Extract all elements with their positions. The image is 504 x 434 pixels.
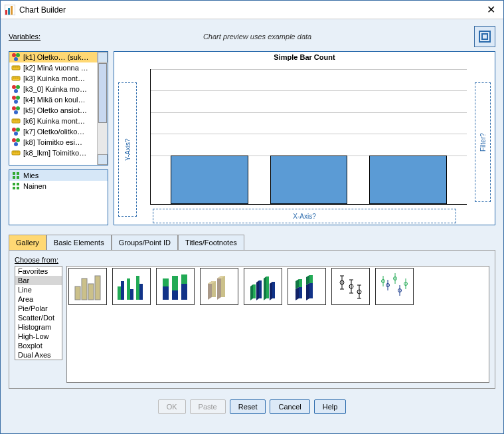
- value-label: Mies: [23, 171, 39, 179]
- svg-point-18: [16, 85, 20, 89]
- options-button[interactable]: [474, 26, 495, 47]
- window-title: Chart Builder: [19, 5, 66, 15]
- chart-thumbnails: [66, 266, 489, 383]
- variables-scrollbar[interactable]: [97, 52, 108, 165]
- plot-area: [150, 69, 467, 205]
- svg-marker-75: [266, 276, 269, 298]
- svg-marker-78: [295, 287, 299, 300]
- value-item[interactable]: Nainen: [9, 181, 108, 191]
- svg-point-33: [12, 138, 16, 142]
- variable-label: [k7] Oletko/olitko…: [23, 128, 84, 136]
- thumb-3d-bar[interactable]: [200, 268, 238, 305]
- chart-type-item[interactable]: Line: [15, 285, 62, 294]
- svg-point-24: [16, 106, 20, 110]
- variable-item[interactable]: [k8_lkm] Toimitko…: [9, 148, 108, 158]
- svg-rect-44: [13, 183, 15, 185]
- choose-from-label: Choose from:: [15, 256, 489, 264]
- variable-label: [k1] Oletko… (suk…: [23, 53, 88, 61]
- category-icon: [11, 171, 21, 180]
- svg-rect-56: [136, 276, 139, 300]
- chart-type-item[interactable]: High-Low: [15, 332, 62, 341]
- variable-item[interactable]: [k1] Oletko… (suk…: [9, 52, 108, 62]
- svg-marker-71: [253, 284, 256, 298]
- filter-dropzone[interactable]: Filter?: [475, 82, 491, 202]
- thumb-stacked-bar[interactable]: [156, 268, 195, 305]
- dialog-button-bar: OK Paste Reset Cancel Help: [1, 394, 503, 421]
- tab-titles-footnotes[interactable]: Titles/Footnotes: [178, 235, 244, 250]
- svg-rect-51: [95, 276, 100, 300]
- variable-item[interactable]: [k3] Kuinka mont…: [9, 73, 108, 84]
- variable-item[interactable]: [k7] Oletko/olitko…: [9, 126, 108, 137]
- variable-item[interactable]: [k5] Oletko ansiot…: [9, 105, 108, 116]
- svg-rect-41: [17, 172, 19, 175]
- thumb-3d-clustered[interactable]: [244, 268, 282, 305]
- value-label: Nainen: [23, 182, 46, 190]
- thumb-clustered-error-bar[interactable]: [375, 268, 414, 305]
- tab-gallery[interactable]: Gallery: [9, 235, 46, 250]
- svg-point-6: [12, 53, 16, 57]
- example-bar: [369, 156, 446, 204]
- svg-rect-1: [8, 8, 10, 15]
- ok-button[interactable]: OK: [158, 399, 186, 414]
- tab-basic-elements[interactable]: Basic Elements: [46, 235, 112, 250]
- variables-list[interactable]: [k1] Oletko… (suk…[k2] Minä vuonna …[k3]…: [9, 51, 108, 165]
- close-button[interactable]: ✕: [483, 3, 499, 16]
- chart-type-item[interactable]: Histogram: [15, 322, 62, 332]
- scroll-thumb[interactable]: [98, 63, 107, 123]
- svg-rect-58: [163, 286, 169, 300]
- thumb-3d-stacked[interactable]: [288, 268, 326, 305]
- svg-rect-50: [88, 284, 94, 300]
- svg-marker-64: [208, 281, 212, 300]
- variable-label: [k8] Toimitko esi…: [23, 138, 82, 146]
- variable-item[interactable]: [k6] Kuinka mont…: [9, 116, 108, 126]
- svg-rect-0: [5, 10, 7, 15]
- tab-groups-point-id[interactable]: Groups/Point ID: [112, 235, 178, 250]
- variable-label: [k4] Mikä on koul…: [23, 96, 86, 104]
- cancel-button[interactable]: Cancel: [270, 399, 309, 414]
- y-axis-dropzone[interactable]: Y-Axis?: [118, 82, 137, 217]
- variable-label: [k5] Oletko ansiot…: [23, 106, 87, 114]
- variable-item[interactable]: [k2] Minä vuonna …: [9, 62, 108, 73]
- scroll-down-button[interactable]: [98, 154, 108, 165]
- scroll-up-button[interactable]: [98, 52, 108, 62]
- svg-point-31: [16, 128, 20, 132]
- help-button[interactable]: Help: [314, 399, 347, 414]
- svg-point-20: [12, 96, 16, 100]
- variable-item[interactable]: [k8] Toimitko esi…: [9, 137, 108, 148]
- svg-point-23: [12, 106, 16, 110]
- chart-type-item[interactable]: Favorites: [15, 267, 62, 276]
- variable-item[interactable]: [k4] Mikä on koul…: [9, 94, 108, 105]
- svg-marker-82: [306, 283, 309, 300]
- chart-type-item[interactable]: Scatter/Dot: [15, 313, 62, 322]
- svg-rect-57: [139, 284, 143, 300]
- chart-type-item[interactable]: Area: [15, 294, 62, 304]
- svg-marker-77: [272, 282, 275, 298]
- svg-rect-59: [163, 278, 169, 286]
- thumb-clustered-bar[interactable]: [112, 268, 151, 305]
- svg-rect-63: [181, 274, 187, 284]
- chart-builder-dialog: Chart Builder ✕ Variables: Chart preview…: [0, 0, 504, 434]
- x-axis-dropzone[interactable]: X-Axis?: [153, 209, 456, 223]
- variable-label: [k8_lkm] Toimitko…: [23, 149, 86, 157]
- svg-point-32: [14, 132, 18, 136]
- chart-type-item[interactable]: Dual Axes: [15, 350, 62, 360]
- value-item[interactable]: Mies: [9, 170, 108, 181]
- thumb-simple-bar[interactable]: [68, 268, 107, 305]
- example-bar: [171, 156, 248, 204]
- chart-type-item[interactable]: Bar: [15, 276, 62, 285]
- chart-preview-canvas[interactable]: Simple Bar Count Y-Axis? Filter? X-Axis?: [114, 51, 495, 225]
- paste-button[interactable]: Paste: [190, 399, 226, 414]
- values-list[interactable]: MiesNainen: [9, 169, 108, 225]
- chart-type-list[interactable]: FavoritesBarLineAreaPie/PolarScatter/Dot…: [15, 266, 62, 360]
- reset-button[interactable]: Reset: [230, 399, 266, 414]
- chart-type-item[interactable]: Boxplot: [15, 341, 62, 350]
- svg-point-34: [16, 138, 20, 142]
- chart-type-item[interactable]: Pie/Polar: [15, 304, 62, 313]
- thumb-error-bar[interactable]: [331, 268, 370, 305]
- svg-point-17: [12, 85, 16, 89]
- svg-rect-53: [121, 281, 124, 300]
- svg-rect-46: [13, 187, 15, 189]
- svg-point-22: [14, 100, 18, 104]
- category-icon: [11, 181, 21, 191]
- variable-item[interactable]: [k3_0] Kuinka mo…: [9, 84, 108, 94]
